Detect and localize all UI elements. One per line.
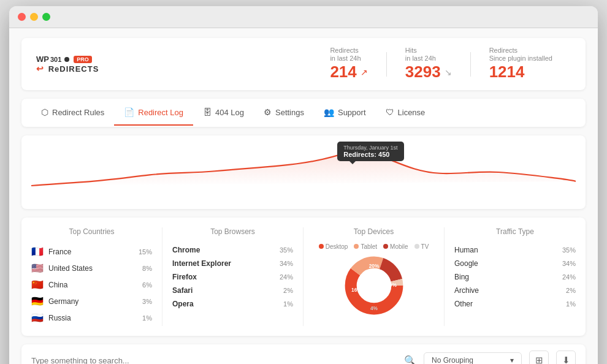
traffic-row-1: Google 34% [454, 257, 576, 270]
logo-301-text: 301 [50, 56, 61, 63]
browser-opera: Opera [172, 300, 194, 308]
analytics-grid: Top Countries 🇫🇷 France 15% 🇺🇸 United St… [21, 218, 586, 336]
browser-ie-pct: 34% [280, 260, 293, 267]
browser-row-0: Chrome 35% [172, 243, 293, 257]
browser-firefox: Firefox [172, 273, 197, 281]
traffic-other-pct: 1% [566, 300, 576, 308]
titlebar [9, 6, 598, 28]
stat-hits-label: Hits in last 24h [405, 47, 452, 63]
svg-text:20%: 20% [368, 264, 379, 270]
tab-settings-label: Settings [275, 108, 304, 117]
country-us: United States [48, 264, 93, 273]
country-row-3: 🇩🇪 Germany 3% [31, 293, 152, 309]
country-row-0: 🇫🇷 France 15% [31, 243, 152, 260]
stat-redirects-value: 214 [330, 63, 356, 82]
svg-text:16%: 16% [351, 287, 362, 293]
flag-germany: 🇩🇪 [31, 295, 44, 307]
browsers-title: Top Browsers [172, 227, 293, 236]
traffic-google: Google [454, 259, 478, 268]
country-russia: Russia [48, 314, 71, 322]
traffic-section: Traffic Type Human 35% Google 34% Bing 2… [445, 227, 586, 326]
donut-chart: 20% 16% 60% 4% [343, 255, 405, 316]
chart-area: Thursday, January 1st Redirects: 450 [21, 135, 586, 209]
tab-license-label: License [398, 108, 426, 117]
browser-row-3: Safari 2% [172, 284, 293, 297]
traffic-human: Human [454, 246, 478, 254]
traffic-lights [18, 13, 50, 21]
logo-dot [64, 57, 69, 62]
browser-safari: Safari [172, 286, 193, 295]
browser-chrome: Chrome [172, 246, 200, 254]
stat-hits-value-row: 3293 ↘ [405, 63, 452, 82]
stat-total-value: 1214 [489, 63, 525, 82]
flag-russia: 🇷🇺 [31, 312, 44, 324]
stat-redirects-total: Redirects Since plugin installed 1214 [489, 47, 552, 82]
chart-view-button[interactable]: ⊞ [529, 351, 549, 364]
tab-license[interactable]: 🛡 License [376, 100, 435, 126]
support-icon: 👥 [324, 107, 334, 117]
search-wrap: 🔍 [31, 355, 416, 364]
tab-settings[interactable]: ⚙ Settings [254, 100, 314, 126]
legend-tablet: Tablet [354, 243, 377, 250]
flag-china: 🇨🇳 [31, 279, 44, 290]
tab-404-log[interactable]: 🗄 404 Log [193, 100, 254, 126]
traffic-human-pct: 35% [562, 246, 576, 254]
stat-hits-24h: Hits in last 24h 3293 ↘ [405, 47, 452, 82]
header: WP 301 PRO ↩ ReDIRECTS Redirects in last… [21, 38, 586, 90]
stat-redirects-value-row: 214 ↗ [330, 63, 367, 82]
settings-icon: ⚙ [264, 107, 272, 117]
main-content: WP 301 PRO ↩ ReDIRECTS Redirects in last… [9, 28, 598, 364]
license-icon: 🛡 [386, 107, 394, 117]
chart-tooltip: Thursday, January 1st Redirects: 450 [337, 142, 403, 161]
tab-redirect-rules-label: Redirect Rules [52, 108, 104, 117]
traffic-archive: Archive [454, 286, 479, 295]
traffic-archive-pct: 2% [566, 287, 576, 294]
traffic-bing: Bing [454, 273, 469, 281]
browser-row-2: Firefox 24% [172, 270, 293, 284]
traffic-row-3: Archive 2% [454, 284, 576, 297]
country-russia-pct: 1% [142, 314, 152, 322]
stat-hits-value: 3293 [405, 63, 441, 82]
stat-total-label: Redirects Since plugin installed [489, 47, 552, 63]
stat-total-value-row: 1214 [489, 63, 552, 82]
tab-redirect-log[interactable]: 📄 Redirect Log [114, 100, 193, 126]
svg-text:60%: 60% [386, 282, 397, 289]
browser-row-1: Internet Explorer 34% [172, 257, 293, 270]
svg-point-4 [359, 271, 389, 301]
countries-title: Top Countries [31, 227, 152, 236]
country-china: China [48, 281, 67, 289]
devices-section: Top Devices Desktop Tablet Mobile TV [304, 227, 445, 326]
maximize-button[interactable] [42, 13, 50, 21]
browser-chrome-pct: 35% [280, 246, 293, 254]
country-france-pct: 15% [139, 248, 152, 256]
download-button[interactable]: ⬇ [556, 351, 576, 364]
flag-us: 🇺🇸 [31, 262, 44, 274]
nav-tabs: ⬡ Redirect Rules 📄 Redirect Log 🗄 404 Lo… [21, 99, 586, 127]
traffic-row-4: Other 1% [454, 297, 576, 311]
browser-safari-pct: 2% [283, 287, 293, 294]
tab-redirect-rules[interactable]: ⬡ Redirect Rules [31, 100, 114, 126]
logo-pro-badge: PRO [74, 56, 92, 63]
donut-container: Desktop Tablet Mobile TV [313, 243, 434, 316]
traffic-bing-pct: 24% [562, 273, 576, 281]
tab-404-log-label: 404 Log [215, 108, 244, 117]
browser-opera-pct: 1% [283, 300, 293, 308]
close-button[interactable] [18, 13, 26, 21]
tab-support-label: Support [338, 108, 366, 117]
logo-arrow-icon: ↩ [36, 64, 44, 74]
minimize-button[interactable] [30, 13, 38, 21]
grouping-select[interactable]: No Grouping ▾ [424, 352, 522, 364]
traffic-row-2: Bing 24% [454, 270, 576, 284]
browsers-section: Top Browsers Chrome 35% Internet Explore… [162, 227, 304, 326]
devices-title: Top Devices [313, 227, 434, 236]
download-icon: ⬇ [562, 355, 570, 364]
browser-row-4: Opera 1% [172, 297, 293, 311]
logo: WP 301 PRO ↩ ReDIRECTS [36, 55, 99, 74]
chart-icon: ⊞ [535, 355, 543, 364]
logo-wp-text: WP [36, 55, 49, 64]
legend-tv: TV [414, 243, 429, 250]
stat-divider-1 [386, 52, 387, 77]
tab-support[interactable]: 👥 Support [314, 100, 376, 126]
logo-top: WP 301 PRO [36, 55, 99, 64]
search-input[interactable] [31, 356, 399, 364]
